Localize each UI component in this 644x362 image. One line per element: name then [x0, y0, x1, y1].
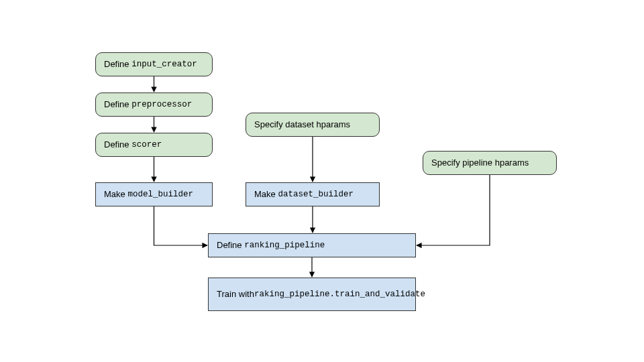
flow-node-n7: Make dataset_builder — [246, 182, 380, 206]
node-label-plain: Train with — [217, 288, 254, 300]
node-label-plain: Make — [104, 188, 127, 200]
node-label-plain: Define — [104, 99, 131, 111]
node-label-plain: Make — [254, 188, 278, 200]
node-label-plain: Specify pipeline hparams — [431, 157, 529, 169]
node-label-code: dataset_builder — [278, 189, 354, 200]
node-label-plain: Define — [104, 58, 131, 70]
flow-node-n8: Define ranking_pipeline — [208, 233, 416, 257]
node-label-code: raking_pipeline.train_and_validate — [254, 289, 425, 300]
flow-node-n9: Train with raking_pipeline.train_and_val… — [208, 278, 416, 311]
node-label-plain: Define — [217, 239, 244, 251]
flow-node-n6: Make model_builder — [95, 182, 213, 206]
node-label-plain: Define — [104, 139, 131, 151]
node-label-code: input_creator — [131, 59, 197, 70]
flow-node-n3: Define scorer — [95, 133, 213, 157]
node-label-code: ranking_pipeline — [244, 240, 325, 251]
node-label-code: scorer — [131, 139, 162, 151]
node-label-code: preprocessor — [131, 99, 192, 111]
flow-node-n2: Define preprocessor — [95, 93, 213, 117]
flow-node-n4: Specify dataset hparams — [246, 113, 380, 137]
flow-node-n5: Specify pipeline hparams — [423, 151, 557, 175]
flow-node-n1: Define input_creator — [95, 52, 213, 76]
node-label-plain: Specify dataset hparams — [254, 119, 350, 131]
node-label-code: model_builder — [127, 189, 193, 200]
